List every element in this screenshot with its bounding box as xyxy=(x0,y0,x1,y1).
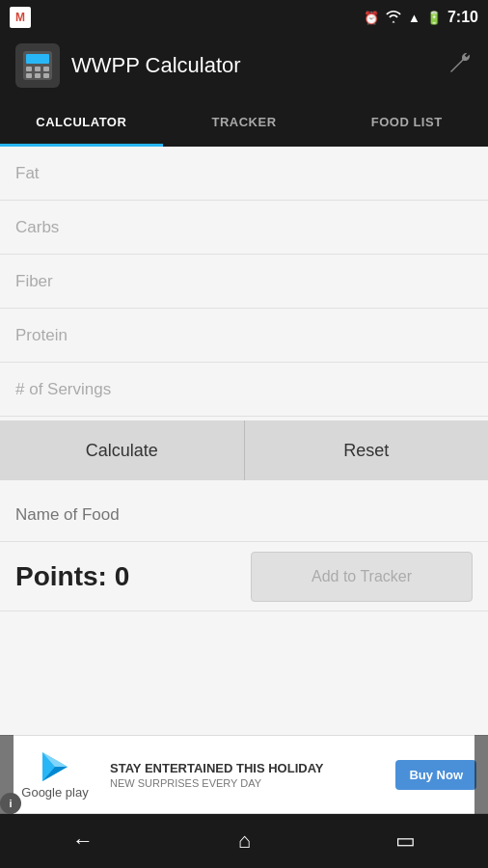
servings-row xyxy=(0,363,488,417)
ad-text: STAY ENTERTAINED THIS HOLIDAY NEW SURPRI… xyxy=(110,761,384,789)
svg-rect-5 xyxy=(26,73,32,78)
tab-bar: CALCULATOR TRACKER FOOD LIST xyxy=(0,96,488,147)
back-button[interactable]: ← xyxy=(72,828,94,854)
ad-banner: Google play STAY ENTERTAINED THIS HOLIDA… xyxy=(0,735,488,814)
app-title: WWPP Calculator xyxy=(71,53,241,78)
fat-row xyxy=(0,147,488,201)
ad-subtext: NEW SURPRISES EVERY DAY xyxy=(110,777,384,789)
app-bar-left: WWPP Calculator xyxy=(15,43,241,88)
google-play-logo: Google play xyxy=(12,750,98,800)
status-time: 7:10 xyxy=(447,9,478,26)
tab-tracker[interactable]: TRACKER xyxy=(163,96,326,147)
svg-rect-6 xyxy=(35,73,41,78)
fat-input[interactable] xyxy=(15,164,473,183)
servings-input[interactable] xyxy=(15,380,473,399)
add-to-tracker-button[interactable]: Add to Tracker xyxy=(251,552,473,602)
home-button[interactable]: ⌂ xyxy=(238,828,251,854)
calculate-button[interactable]: Calculate xyxy=(0,420,245,480)
ad-dark-overlay-right xyxy=(474,735,488,814)
ad-buy-button[interactable]: Buy Now xyxy=(395,760,476,790)
recents-button[interactable]: ▭ xyxy=(395,828,416,854)
svg-rect-1 xyxy=(26,54,49,64)
tab-food-list[interactable]: FOOD LIST xyxy=(325,96,488,147)
bottom-nav: ← ⌂ ▭ xyxy=(0,814,488,868)
food-name-input[interactable] xyxy=(15,505,473,525)
action-buttons: Calculate Reset xyxy=(0,420,488,480)
svg-rect-4 xyxy=(43,67,49,71)
status-bar: M ⏰ ▲ 🔋 7:10 xyxy=(0,0,488,35)
battery-icon: 🔋 xyxy=(426,11,442,25)
wifi-icon xyxy=(385,10,402,26)
points-display: Points: 0 xyxy=(15,561,129,592)
carbs-row xyxy=(0,201,488,255)
main-content: Calculate Reset Points: 0 Add to Tracker xyxy=(0,147,488,611)
tab-calculator[interactable]: CALCULATOR xyxy=(0,96,163,147)
fiber-row xyxy=(0,255,488,309)
signal-icon: ▲ xyxy=(408,11,420,25)
alarm-icon: ⏰ xyxy=(364,11,379,25)
app-bar: WWPP Calculator xyxy=(0,35,488,96)
food-name-row xyxy=(0,488,488,542)
settings-icon[interactable] xyxy=(446,49,473,82)
ad-headline: STAY ENTERTAINED THIS HOLIDAY xyxy=(110,761,384,775)
carbs-input[interactable] xyxy=(15,218,473,237)
fiber-input[interactable] xyxy=(15,272,473,291)
protein-input[interactable] xyxy=(15,326,473,345)
google-play-text: Google play xyxy=(21,785,88,800)
points-row: Points: 0 Add to Tracker xyxy=(0,542,488,611)
status-left: M xyxy=(10,7,31,28)
svg-rect-3 xyxy=(35,67,41,71)
protein-row xyxy=(0,309,488,363)
svg-rect-7 xyxy=(43,73,49,78)
gmail-icon: M xyxy=(10,7,31,28)
svg-rect-2 xyxy=(26,67,32,71)
reset-button[interactable]: Reset xyxy=(245,420,489,480)
info-badge[interactable]: i xyxy=(0,793,21,814)
status-right: ⏰ ▲ 🔋 7:10 xyxy=(364,9,478,26)
app-icon xyxy=(15,43,60,88)
